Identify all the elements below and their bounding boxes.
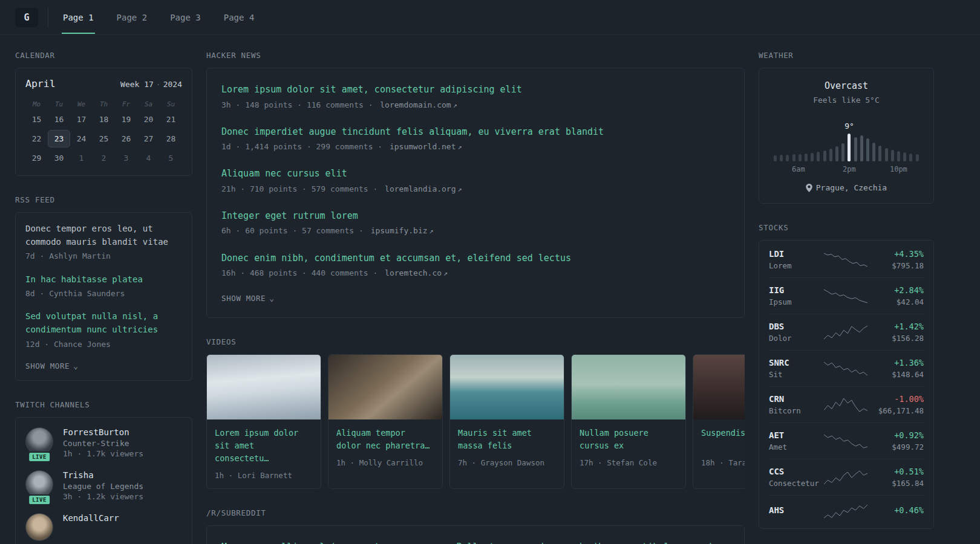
- hn-item: Lorem ipsum dolor sit amet, consectetur …: [221, 83, 730, 111]
- chevron-down-icon: ⌄: [269, 294, 274, 302]
- hn-item-domain-link[interactable]: loremtech.co: [385, 268, 442, 277]
- hackernews-widget: HACKER NEWS Lorem ipsum dolor sit amet, …: [206, 51, 745, 318]
- stock-name: Lorem: [769, 261, 822, 270]
- weather-bar: [909, 154, 912, 161]
- weather-bar: [848, 134, 851, 161]
- video-title[interactable]: Suspendisse diam: [701, 427, 745, 452]
- stock-values: +0.51% $165.84: [869, 467, 924, 488]
- location-pin-icon: [806, 184, 812, 192]
- twitch-channel-name[interactable]: Trisha: [63, 470, 143, 480]
- video-title[interactable]: Aliquam tempor dolor nec pharetra…: [336, 427, 434, 452]
- hn-item: Donec enim nibh, condimentum et accumsan…: [221, 251, 730, 280]
- stock-sparkline: [824, 360, 867, 377]
- hn-item-domain-link[interactable]: loremlandia.org: [385, 184, 456, 193]
- video-title[interactable]: Lorem ipsum dolor sit amet consectetu…: [215, 427, 313, 465]
- stocks-widget: STOCKS LDI Lorem +4.35% $795.18 IIG: [759, 223, 934, 529]
- calendar-day-next-month[interactable]: 4: [137, 149, 160, 167]
- hn-item-title[interactable]: Aliquam nec cursus elit: [221, 167, 730, 181]
- calendar-day[interactable]: 25: [93, 130, 115, 147]
- twitch-channel-info: ForrestBurton Counter-Strike 1h · 1.7k v…: [63, 427, 143, 458]
- twitch-channel-meta: 3h · 1.2k viewers: [63, 492, 143, 501]
- calendar-day[interactable]: 19: [115, 111, 137, 128]
- rss-show-more-button[interactable]: SHOW MORE ⌄: [25, 361, 79, 371]
- video-thumbnail[interactable]: [450, 355, 564, 419]
- weather-bar: [841, 143, 844, 161]
- stock-price: $156.28: [869, 334, 924, 343]
- stock-ticker[interactable]: CCS: [769, 467, 822, 476]
- calendar-day[interactable]: 20: [137, 111, 160, 128]
- hn-show-more-button[interactable]: SHOW MORE ⌄: [221, 294, 275, 303]
- calendar-day-selected[interactable]: 23: [48, 130, 70, 147]
- hn-item-domain-link[interactable]: ipsumworld.net: [390, 142, 456, 151]
- calendar-day[interactable]: 26: [115, 130, 137, 147]
- hn-item-domain-link[interactable]: loremdomain.com: [380, 100, 451, 109]
- tab-page-4[interactable]: Page 4: [223, 1, 256, 34]
- tab-page-3[interactable]: Page 3: [169, 1, 202, 34]
- calendar-day[interactable]: 15: [25, 111, 48, 128]
- calendar-day[interactable]: 30: [48, 149, 70, 167]
- stock-sparkline: [824, 469, 867, 486]
- stock-row: AHS +0.46%: [769, 496, 924, 527]
- hn-item-title[interactable]: Integer eget rutrum lorem: [221, 209, 730, 223]
- calendar-day[interactable]: 17: [70, 111, 93, 128]
- external-link-icon: ↗: [443, 269, 448, 277]
- video-thumbnail[interactable]: [572, 355, 685, 419]
- tab-page-1[interactable]: Page 1: [62, 1, 95, 34]
- rss-item-title[interactable]: In hac habitasse platea: [25, 273, 182, 287]
- video-meta: 1h · Lori Barnett: [215, 471, 313, 480]
- hn-item-title[interactable]: Lorem ipsum dolor sit amet, consectetur …: [221, 83, 730, 97]
- video-thumbnail[interactable]: [207, 355, 321, 419]
- twitch-channel-name[interactable]: ForrestBurton: [63, 427, 143, 437]
- app-logo[interactable]: G: [15, 8, 38, 27]
- stock-ticker[interactable]: AHS: [769, 505, 822, 515]
- subreddit-widget: /R/SUBREDDIT Maecenas mollis pulvinar er…: [206, 508, 745, 544]
- hn-item-domain-link[interactable]: ipsumify.biz: [371, 226, 428, 235]
- stock-info: DBS Dolor: [769, 322, 822, 343]
- calendar-day[interactable]: 16: [48, 111, 70, 128]
- hn-item-title[interactable]: Donec imperdiet augue tincidunt felis al…: [221, 125, 730, 139]
- rss-item-title[interactable]: Donec tempor eros leo, ut commodo mauris…: [25, 222, 182, 248]
- stock-ticker[interactable]: IIG: [769, 285, 822, 295]
- calendar-day[interactable]: 27: [137, 130, 160, 147]
- calendar-day-next-month[interactable]: 2: [93, 149, 115, 167]
- section-title-videos: VIDEOS: [206, 337, 745, 346]
- calendar-day[interactable]: 28: [160, 130, 182, 147]
- video-card: Nullam posuere cursus ex 17h · Stefan Co…: [571, 354, 686, 489]
- subreddit-card: Maecenas mollis pulvinar erat non posuer…: [206, 525, 745, 544]
- show-more-label: SHOW MORE: [25, 361, 70, 371]
- calendar-card: April Week 17·2024 Mo Tu We Th Fr Sa Su …: [15, 68, 192, 176]
- dow-mo: Mo: [25, 98, 48, 111]
- hn-item-meta: 3h · 148 points · 116 comments · loremdo…: [221, 99, 730, 111]
- video-title[interactable]: Nullam posuere cursus ex: [580, 427, 678, 452]
- stock-ticker[interactable]: SNRC: [769, 358, 822, 368]
- stock-ticker[interactable]: CRN: [769, 394, 822, 404]
- calendar-day-next-month[interactable]: 1: [70, 149, 93, 167]
- stock-ticker[interactable]: DBS: [769, 322, 822, 331]
- calendar-day[interactable]: 18: [93, 111, 115, 128]
- weather-bar: [872, 143, 875, 161]
- twitch-channel-name[interactable]: KendallCarr: [63, 513, 119, 523]
- subreddit-item-title[interactable]: Maecenas mollis pulvinar erat non posuer…: [221, 540, 730, 544]
- stock-change: +2.84%: [869, 285, 924, 295]
- calendar-day[interactable]: 29: [25, 149, 48, 167]
- calendar-day[interactable]: 21: [160, 111, 182, 128]
- calendar-day[interactable]: 24: [70, 130, 93, 147]
- calendar-day-next-month[interactable]: 5: [160, 149, 182, 167]
- video-thumbnail[interactable]: [328, 355, 442, 419]
- stock-row: CRN Bitcorn -1.00% $66,171.48: [769, 387, 924, 423]
- stock-price: $499.72: [869, 442, 924, 452]
- calendar-day[interactable]: 22: [25, 130, 48, 147]
- rss-item-title[interactable]: Sed volutpat nulla nisl, a condimentum n…: [25, 310, 182, 336]
- stock-sparkline: [824, 324, 867, 341]
- stock-values: +1.42% $156.28: [869, 322, 924, 343]
- tab-page-2[interactable]: Page 2: [116, 1, 149, 34]
- stock-ticker[interactable]: LDI: [769, 249, 822, 259]
- rss-item: In hac habitasse platea 8d · Cynthia Sau…: [25, 273, 182, 300]
- left-column: CALENDAR April Week 17·2024 Mo Tu We Th …: [15, 51, 192, 544]
- stock-ticker[interactable]: AET: [769, 430, 822, 440]
- video-thumbnail[interactable]: [693, 355, 745, 419]
- video-title[interactable]: Mauris sit amet massa felis: [458, 427, 556, 452]
- center-column: HACKER NEWS Lorem ipsum dolor sit amet, …: [206, 51, 745, 544]
- calendar-day-next-month[interactable]: 3: [115, 149, 137, 167]
- hn-item-title[interactable]: Donec enim nibh, condimentum et accumsan…: [221, 251, 730, 265]
